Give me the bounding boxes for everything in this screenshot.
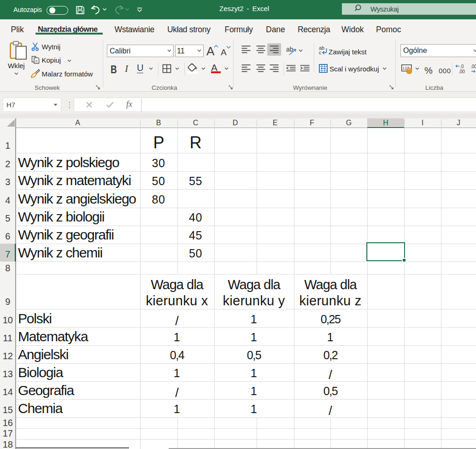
svg-text:.0: .0 bbox=[460, 64, 464, 69]
svg-text:.00: .00 bbox=[470, 64, 476, 69]
svg-text:c: c bbox=[319, 50, 322, 55]
svg-text:.00: .00 bbox=[458, 69, 465, 74]
